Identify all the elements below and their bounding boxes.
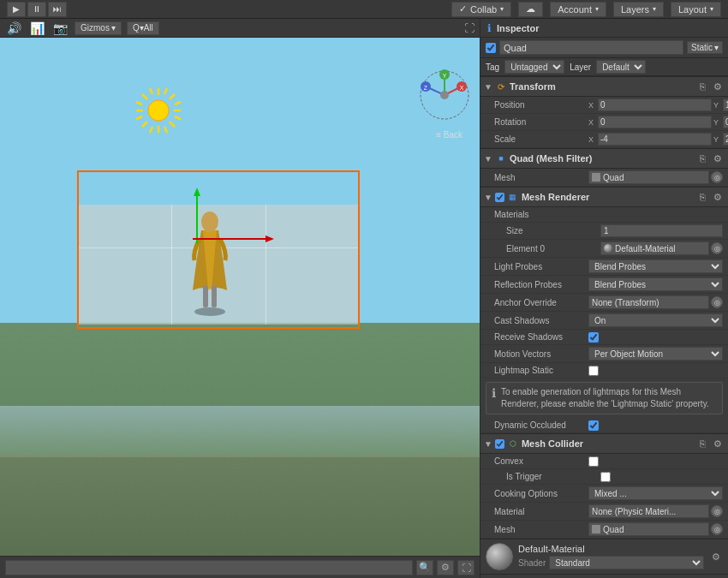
lightmap-static-value xyxy=(588,366,723,376)
default-material-item: Default-Material Shader Standard ⚙ xyxy=(480,539,728,574)
receive-shadows-checkbox[interactable] xyxy=(588,332,599,343)
material-settings-icon[interactable]: ⚙ xyxy=(709,550,723,563)
rot-y-label: Y xyxy=(713,118,722,127)
search-icon[interactable]: 🔍 xyxy=(416,560,433,575)
collider-material-ref[interactable]: None (Physic Materi... xyxy=(588,504,709,518)
is-trigger-label: Is Trigger xyxy=(506,472,600,481)
mesh-filter-settings-icon[interactable]: ⚙ xyxy=(711,152,725,165)
dynamic-occluded-checkbox[interactable] xyxy=(588,420,599,431)
mesh-renderer-title: Mesh Renderer xyxy=(522,192,695,202)
svg-line-9 xyxy=(136,102,142,104)
nav-gizmo[interactable]: Y X Z xyxy=(417,68,473,125)
mesh-renderer-enabled-checkbox[interactable] xyxy=(495,193,504,202)
mesh-filter-mesh-value: Quad ◎ xyxy=(588,170,723,184)
dynamic-occluded-label: Dynamic Occluded xyxy=(494,420,588,430)
position-y-input[interactable] xyxy=(723,98,728,111)
account-button[interactable]: Account ▾ xyxy=(550,2,606,17)
scale-x-input[interactable] xyxy=(598,133,712,146)
mesh-renderer-section-header[interactable]: ▼ ▦ Mesh Renderer ⎘ ⚙ xyxy=(480,187,728,207)
mesh-collider-section-header[interactable]: ▼ ⬡ Mesh Collider ⎘ ⚙ xyxy=(480,433,728,454)
anchor-override-ref[interactable]: None (Transform) xyxy=(588,295,709,309)
svg-line-15 xyxy=(150,127,152,133)
mesh-renderer-copy-icon[interactable]: ⎘ xyxy=(695,190,709,204)
size-input[interactable] xyxy=(600,224,723,237)
step-button[interactable]: ⏭ xyxy=(48,2,67,17)
mesh-filter-copy-icon[interactable]: ⎘ xyxy=(695,152,709,165)
svg-line-13 xyxy=(150,88,152,94)
element0-text: Default-Material xyxy=(615,244,706,253)
light-probes-label: Light Probes xyxy=(494,262,588,271)
expand-icon[interactable]: ⛶ xyxy=(457,560,474,575)
position-x-input[interactable] xyxy=(598,98,712,111)
collider-mesh-pick-button[interactable]: ◎ xyxy=(711,523,723,535)
collab-check-icon: ✓ xyxy=(459,3,467,15)
cooking-options-select[interactable]: Mixed ... xyxy=(588,486,723,500)
layers-button[interactable]: Layers ▾ xyxy=(613,2,664,17)
motion-vectors-select[interactable]: Per Object Motion xyxy=(588,347,723,361)
collider-mesh-ref[interactable]: Quad xyxy=(588,522,709,536)
element0-pick-button[interactable]: ◎ xyxy=(711,242,723,254)
svg-marker-22 xyxy=(194,188,200,196)
motion-vectors-value: Per Object Motion xyxy=(588,347,723,361)
play-button[interactable]: ▶ xyxy=(7,2,26,17)
is-trigger-checkbox[interactable] xyxy=(600,472,611,482)
lightmap-static-checkbox[interactable] xyxy=(588,366,599,376)
all-button[interactable]: Q▾All xyxy=(127,21,159,35)
transform-settings-icon[interactable]: ⚙ xyxy=(711,80,725,93)
element0-row: Element 0 Default-Material ◎ xyxy=(480,240,728,258)
collab-button[interactable]: ✓ Collab ▾ xyxy=(451,2,511,17)
mesh-collider-copy-icon[interactable]: ⎘ xyxy=(695,437,709,450)
mesh-collider-enabled-checkbox[interactable] xyxy=(495,439,504,449)
position-value: X Y Z xyxy=(588,98,728,111)
reflection-probes-select[interactable]: Blend Probes xyxy=(588,277,723,291)
camera-icon[interactable]: 📷 xyxy=(51,21,69,35)
pos-x-label: X xyxy=(588,101,597,110)
pause-button[interactable]: ⏸ xyxy=(27,2,46,17)
collider-mesh-row: Mesh Quad ◎ xyxy=(480,521,728,539)
audio-icon[interactable]: 🔊 xyxy=(5,21,23,35)
rotation-label: Rotation xyxy=(494,117,588,127)
scale-x-item: X xyxy=(588,133,712,146)
layout-button[interactable]: Layout ▾ xyxy=(671,2,721,17)
mesh-filter-pick-button[interactable]: ◎ xyxy=(711,171,723,183)
maximize-icon[interactable]: ⛶ xyxy=(464,22,474,34)
element0-ref[interactable]: Default-Material xyxy=(600,241,709,255)
rotation-x-input[interactable] xyxy=(598,116,712,128)
mesh-collider-settings-icon[interactable]: ⚙ xyxy=(711,437,725,450)
light-probes-select[interactable]: Blend Probes xyxy=(588,259,723,273)
rotation-row: Rotation X Y Z xyxy=(480,114,728,131)
transform-section-header[interactable]: ▼ ⟳ Transform ⎘ ⚙ xyxy=(480,76,728,97)
gizmos-button[interactable]: Gizmos ▾ xyxy=(75,21,122,35)
stats-icon[interactable]: 📊 xyxy=(28,21,46,35)
cast-shadows-select[interactable]: On xyxy=(588,313,723,327)
collider-material-pick-button[interactable]: ◎ xyxy=(711,505,723,517)
mesh-renderer-settings-icon[interactable]: ⚙ xyxy=(711,190,725,204)
is-trigger-value xyxy=(600,472,723,482)
cloud-button[interactable]: ☁ xyxy=(518,2,543,17)
collider-mesh-icon xyxy=(592,525,600,533)
tag-select[interactable]: Untagged xyxy=(504,60,564,74)
scale-y-input[interactable] xyxy=(723,133,728,146)
layer-select[interactable]: Default xyxy=(596,60,646,74)
object-name-input[interactable] xyxy=(499,40,683,55)
viewport-area[interactable]: Y X Z ≡ Back xyxy=(0,38,480,556)
shader-select[interactable]: Standard xyxy=(549,556,704,569)
convex-checkbox[interactable] xyxy=(588,456,599,467)
element0-value: Default-Material ◎ xyxy=(600,241,723,255)
search-input[interactable] xyxy=(5,560,413,575)
anchor-override-pick-button[interactable]: ◎ xyxy=(711,296,723,308)
back-label: ≡ Back xyxy=(436,130,462,140)
add-component-row: Add Component xyxy=(480,574,728,578)
settings-icon[interactable]: ⚙ xyxy=(437,560,454,575)
mesh-filter-mesh-ref[interactable]: Quad xyxy=(588,170,709,184)
object-active-checkbox[interactable] xyxy=(486,43,496,53)
position-y-item: Y xyxy=(713,98,728,111)
mesh-filter-section-header[interactable]: ▼ ■ Quad (Mesh Filter) ⎘ ⚙ xyxy=(480,148,728,169)
scale-x-label: X xyxy=(588,135,597,144)
transform-copy-icon[interactable]: ⎘ xyxy=(695,80,709,93)
static-button[interactable]: Static ▾ xyxy=(687,41,723,54)
convex-label: Convex xyxy=(494,456,588,466)
rotation-y-input[interactable] xyxy=(723,116,728,128)
static-dropdown-icon: ▾ xyxy=(714,43,719,52)
materials-row: Materials xyxy=(480,207,728,223)
